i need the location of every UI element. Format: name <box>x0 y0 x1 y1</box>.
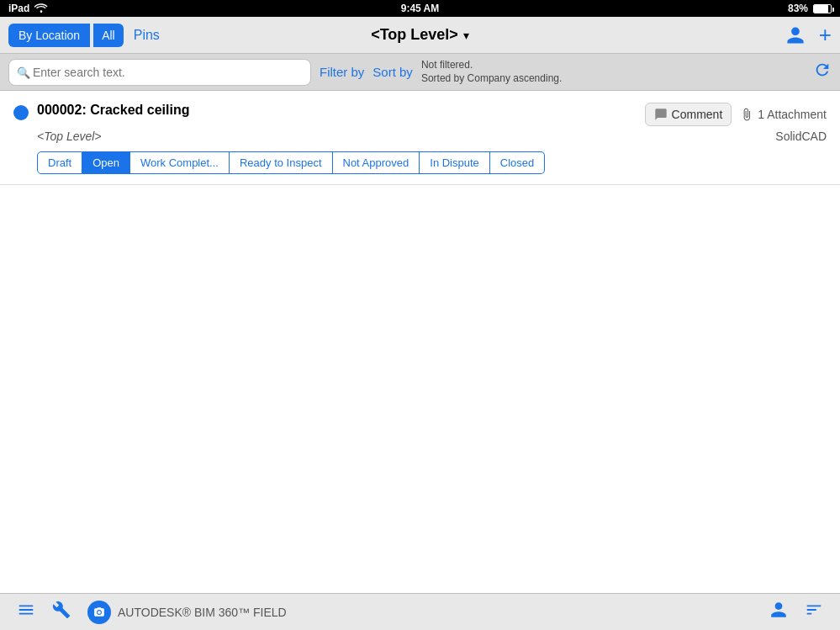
search-input[interactable] <box>8 59 311 86</box>
sort-arrows-button[interactable] <box>805 601 823 623</box>
filter-status: Not filtered. Sorted by Company ascendin… <box>421 59 562 85</box>
status-bar: iPad 9:45 AM 83% <box>0 0 840 17</box>
bottom-right <box>769 601 823 623</box>
dropdown-arrow-icon[interactable]: ▾ <box>463 29 469 42</box>
camera-icon <box>87 601 111 624</box>
status-tab-closed[interactable]: Closed <box>490 151 545 174</box>
sort-by-button[interactable]: Sort by <box>372 65 413 79</box>
user-profile-button[interactable] <box>769 601 788 623</box>
issue-card: 000002: Cracked ceiling Comment 1 Attach… <box>0 91 840 185</box>
all-button[interactable]: All <box>93 24 124 47</box>
search-icon: 🔍 <box>17 66 30 78</box>
filter-by-button[interactable]: Filter by <box>320 65 364 79</box>
issue-card-actions: Comment 1 Attachment <box>645 103 827 126</box>
time-display: 9:45 AM <box>401 3 440 14</box>
device-label: iPad <box>8 3 29 14</box>
status-tab-work-complet...[interactable]: Work Complet... <box>130 151 230 174</box>
app-name-label: AUTODESK® BIM 360™ FIELD <box>118 606 287 619</box>
issue-card-left: 000002: Cracked ceiling <box>13 103 189 120</box>
issue-card-header: 000002: Cracked ceiling Comment 1 Attach… <box>13 103 827 126</box>
pins-button[interactable]: Pins <box>134 28 160 43</box>
comment-label: Comment <box>672 108 723 121</box>
issue-location: <Top Level> <box>37 130 102 143</box>
search-bar: 🔍 Filter by Sort by Not filtered. Sorted… <box>0 54 840 91</box>
filter-line2: Sorted by Company ascending. <box>421 72 562 86</box>
status-bar-right: 83% <box>788 3 832 14</box>
bottom-left: AUTODESK® BIM 360™ FIELD <box>17 601 287 624</box>
menu-button[interactable] <box>17 601 35 623</box>
refresh-button[interactable] <box>813 61 832 83</box>
comment-button[interactable]: Comment <box>645 103 732 126</box>
attachment-button[interactable]: 1 Attachment <box>740 108 827 121</box>
person-icon-button[interactable] <box>785 25 806 45</box>
nav-center: <Top Level> ▾ <box>371 26 469 44</box>
search-wrapper: 🔍 <box>8 59 311 86</box>
nav-left: By Location All Pins <box>8 24 160 47</box>
wifi-icon <box>34 3 48 14</box>
status-tab-not-approved[interactable]: Not Approved <box>333 151 420 174</box>
issue-status-dot <box>13 105 29 120</box>
top-nav: By Location All Pins <Top Level> ▾ + <box>0 17 840 54</box>
app-logo: AUTODESK® BIM 360™ FIELD <box>87 601 287 624</box>
issue-company: SolidCAD <box>775 130 827 143</box>
main-content: 000002: Cracked ceiling Comment 1 Attach… <box>0 91 840 593</box>
status-tabs: DraftOpenWork Complet...Ready to Inspect… <box>13 151 827 174</box>
status-tab-draft[interactable]: Draft <box>37 151 82 174</box>
filter-line1: Not filtered. <box>421 59 562 72</box>
add-button[interactable]: + <box>819 22 832 48</box>
status-bar-left: iPad <box>8 3 48 14</box>
tools-button[interactable] <box>52 601 71 623</box>
battery-icon <box>813 4 832 13</box>
battery-pct: 83% <box>788 3 808 14</box>
attachment-label: 1 Attachment <box>758 108 827 121</box>
nav-title: <Top Level> <box>371 26 458 44</box>
issue-title[interactable]: 000002: Cracked ceiling <box>37 103 189 118</box>
bottom-bar: AUTODESK® BIM 360™ FIELD <box>0 593 840 630</box>
status-tab-open[interactable]: Open <box>82 151 130 174</box>
issue-card-meta: <Top Level> SolidCAD <box>13 130 827 143</box>
nav-right: + <box>785 22 832 48</box>
status-tab-ready-to-inspect[interactable]: Ready to Inspect <box>230 151 333 174</box>
status-tab-in-dispute[interactable]: In Dispute <box>420 151 490 174</box>
by-location-button[interactable]: By Location <box>8 24 90 47</box>
